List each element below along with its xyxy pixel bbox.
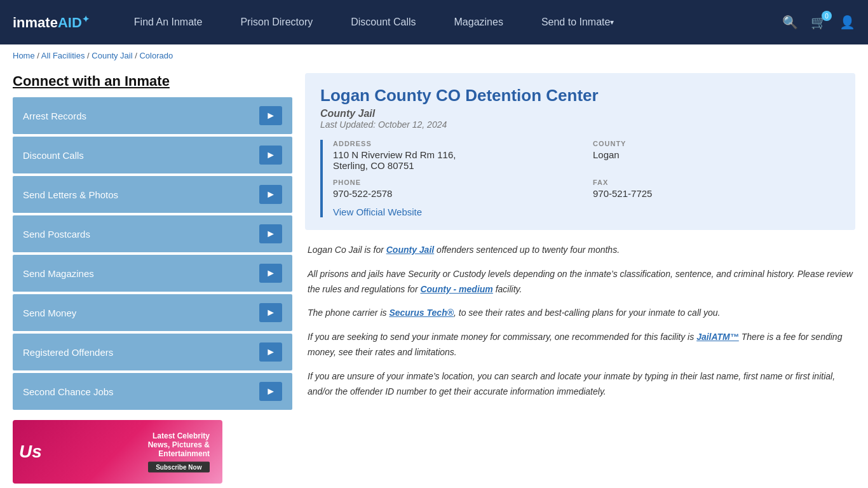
facility-type: County Jail — [320, 108, 840, 119]
jailatm-link[interactable]: JailATM™ — [696, 332, 739, 342]
arrow-icon: ► — [259, 264, 282, 283]
ad-text: Latest Celebrity News, Pictures & Entert… — [142, 425, 216, 479]
sidebar-advertisement[interactable]: Us Latest Celebrity News, Pictures & Ent… — [13, 420, 222, 484]
main-layout: Connect with an Inmate Arrest Records ► … — [0, 67, 868, 488]
breadcrumb-colorado[interactable]: Colorado — [139, 51, 173, 60]
ad-subscribe-btn[interactable]: Subscribe Now — [148, 462, 210, 473]
county-jail-link[interactable]: County Jail — [386, 245, 434, 255]
fax-label: FAX — [593, 179, 840, 186]
sidebar-title: Connect with an Inmate — [13, 73, 292, 90]
arrow-icon: ► — [259, 303, 282, 322]
arrow-icon: ► — [259, 185, 282, 204]
discount-calls-btn[interactable]: Discount Calls ► — [13, 137, 292, 173]
send-magazines-btn[interactable]: Send Magazines ► — [13, 255, 292, 292]
phone-block: PHONE 970-522-2578 — [333, 179, 580, 199]
desc-p3: The phone carrier is Securus Tech®, to s… — [308, 306, 853, 321]
phone-label: PHONE — [333, 179, 580, 186]
phone-value: 970-522-2578 — [333, 188, 580, 199]
send-letters-btn[interactable]: Send Letters & Photos ► — [13, 176, 292, 213]
arrow-icon: ► — [259, 382, 282, 401]
desc-p4: If you are seeking to send your inmate m… — [308, 330, 853, 360]
nav-find-inmate[interactable]: Find An Inmate — [115, 0, 222, 44]
user-icon[interactable]: 👤 — [839, 15, 855, 30]
county-value: Logan — [593, 149, 840, 160]
facility-description: Logan Co Jail is for County Jail offende… — [305, 243, 855, 399]
navbar: inmateAID✦ Find An Inmate Prison Directo… — [0, 0, 868, 44]
arrow-icon: ► — [259, 106, 282, 125]
ad-logo: Us — [19, 442, 42, 462]
desc-p2: All prisons and jails have Security or C… — [308, 267, 853, 297]
fax-value: 970-521-7725 — [593, 188, 840, 199]
nav-send-to-inmate[interactable]: Send to Inmate — [522, 0, 634, 44]
website-link[interactable]: View Official Website — [333, 207, 422, 217]
arrow-icon: ► — [259, 224, 282, 243]
securus-link[interactable]: Securus Tech® — [389, 308, 454, 318]
send-postcards-btn[interactable]: Send Postcards ► — [13, 215, 292, 252]
arrest-records-btn[interactable]: Arrest Records ► — [13, 97, 292, 134]
second-chance-jobs-btn[interactable]: Second Chance Jobs ► — [13, 373, 292, 410]
sidebar: Connect with an Inmate Arrest Records ► … — [13, 73, 292, 484]
desc-p5: If you are unsure of your inmate’s locat… — [308, 369, 853, 400]
breadcrumb-home[interactable]: Home — [13, 51, 35, 60]
search-icon[interactable]: 🔍 — [782, 15, 798, 30]
nav-links: Find An Inmate Prison Directory Discount… — [115, 0, 782, 44]
arrow-icon: ► — [259, 342, 282, 362]
cart-badge: 0 — [822, 11, 832, 21]
navbar-icons: 🔍 🛒 0 👤 — [782, 15, 855, 30]
website-block: View Official Website — [333, 207, 840, 217]
facility-title: Logan County CO Detention Center — [320, 86, 840, 105]
facility-card: Logan County CO Detention Center County … — [305, 73, 855, 230]
arrow-icon: ► — [259, 146, 282, 165]
breadcrumb: Home / All Facilities / County Jail / Co… — [0, 44, 868, 67]
county-block: COUNTY Logan — [593, 140, 840, 171]
nav-magazines[interactable]: Magazines — [435, 0, 522, 44]
facility-details: ADDRESS 110 N Riverview Rd Rm 116,Sterli… — [320, 140, 840, 217]
address-block: ADDRESS 110 N Riverview Rd Rm 116,Sterli… — [333, 140, 580, 171]
address-label: ADDRESS — [333, 140, 580, 147]
nav-discount-calls[interactable]: Discount Calls — [332, 0, 435, 44]
address-value: 110 N Riverview Rd Rm 116,Sterling, CO 8… — [333, 149, 580, 171]
breadcrumb-county-jail[interactable]: County Jail — [92, 51, 132, 60]
fax-block: FAX 970-521-7725 — [593, 179, 840, 199]
cart-icon[interactable]: 🛒 0 — [811, 15, 827, 30]
registered-offenders-btn[interactable]: Registered Offenders ► — [13, 334, 292, 370]
breadcrumb-all-facilities[interactable]: All Facilities — [41, 51, 85, 60]
nav-prison-directory[interactable]: Prison Directory — [221, 0, 332, 44]
county-medium-link[interactable]: County - medium — [420, 284, 492, 294]
facility-updated: Last Updated: October 12, 2024 — [320, 119, 840, 130]
county-label: COUNTY — [593, 140, 840, 147]
desc-p1: Logan Co Jail is for County Jail offende… — [308, 243, 853, 258]
content-area: Logan County CO Detention Center County … — [305, 73, 855, 484]
logo[interactable]: inmateAID✦ — [13, 13, 90, 30]
send-money-btn[interactable]: Send Money ► — [13, 294, 292, 331]
